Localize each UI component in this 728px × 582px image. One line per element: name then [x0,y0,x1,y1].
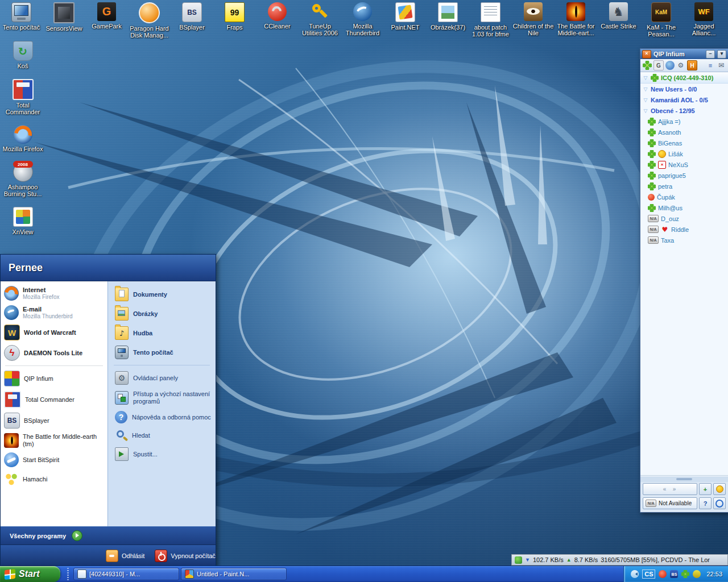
add-contact-button[interactable] [699,483,712,495]
status-selector[interactable]: Not Available [643,497,697,509]
qip-status-row: Not Available [640,496,728,512]
start-menu-item-battle-for-middle-earth[interactable]: The Battle for Middle-earth (tm) [2,431,106,450]
qip-contact-row[interactable]: Milh@us [640,202,728,213]
daemon-tray-icon[interactable] [659,570,667,578]
gtalk-icon[interactable]: G [653,60,664,70]
bsplayer-tray-icon[interactable] [670,570,678,578]
qip-group-obecne[interactable]: Obecné - 12/95 [640,105,728,116]
desktop-icon-kam[interactable]: KaM - The Peasan... [640,2,682,39]
qip-group-kamaradi-aol[interactable]: Kamarádi AOL - 0/5 [640,94,728,105]
start-menu-item-hledat[interactable]: Hledat [109,426,214,444]
start-menu-item-bsplayer[interactable]: BSplayer [2,410,106,431]
desktop-icon-about-patch[interactable]: about patch 1.03 for bfme [469,2,512,39]
language-indicator[interactable]: CS [642,569,655,579]
taskbar-task-paintnet[interactable]: Untitled - Paint.N... [181,568,287,580]
desktop-icon-firefox[interactable]: Mozilla Firefox [1,125,45,152]
task-label: [402449310] - M... [89,571,140,577]
desktop-icon-castle-strike[interactable]: Castle Strike [597,2,640,39]
upload-speed: 8.7 KB/s [574,556,598,563]
start-menu-item-email[interactable]: E-mailMozilla Thunderbird [2,303,106,322]
start-menu-item-internet[interactable]: InternetMozilla Firefox [2,284,106,303]
desktop-icon-children-of-the-nile[interactable]: Children of the Nile [512,2,555,39]
start-menu-item-hudba[interactable]: Hudba [109,323,214,343]
desktop-icon-fraps[interactable]: Fraps [213,2,256,39]
start-menu-item-daemon-tools[interactable]: DAEMON Tools Lite [2,343,106,363]
desktop-icon-bsplayer[interactable]: BSplayer [171,2,213,39]
smiley-button[interactable] [713,483,726,495]
start-menu-item-obrazky[interactable]: Obrázky [109,304,214,323]
logoff-button[interactable]: Odhlásit [106,550,144,562]
qip-contact-row[interactable]: Asanoth [640,127,728,138]
qip-group-new-users[interactable]: New Users - 0/0 [640,84,728,94]
help-button[interactable] [699,497,712,509]
start-menu-item-world-of-warcraft[interactable]: World of Warcraft [2,322,106,343]
collapse-arrow-icon[interactable] [643,75,648,81]
qip-contact-row[interactable]: NeXuS [640,159,728,170]
qip-banner[interactable]: « » [643,483,697,495]
desktop-icon-jagged-alliance[interactable]: Jagged Allianc... [682,2,725,39]
volume-icon[interactable] [693,570,701,578]
start-menu-item-ovladaci-panely[interactable]: Ovládací panely [109,368,214,388]
start-button[interactable]: Start [0,566,60,582]
collapse-arrow-icon[interactable] [643,97,648,103]
start-menu-item-hamachi[interactable]: Hamachi [2,469,106,489]
collapse-arrow-icon[interactable] [643,108,648,114]
qip-contact-row[interactable]: Ajjjka =) [640,116,728,127]
desktop-icon-total-commander[interactable]: Total Commander [1,79,45,115]
icq-flower-icon[interactable] [643,61,652,70]
connection-button[interactable] [713,497,726,509]
qip-contact-row[interactable]: paprigue5 [640,170,728,181]
taskbar-task-qip-message[interactable]: [402449310] - M... [73,568,179,580]
desktop-icon-tuneup[interactable]: TuneUp Utilities 2006 [299,2,341,39]
hide-icons-chevron[interactable] [631,570,639,578]
qip-contact-row[interactable]: Čupák [640,192,728,202]
qip-account-header[interactable]: ICQ (402-449-310) [640,72,728,84]
start-menu-item-total-commander[interactable]: Total Commander [2,389,106,410]
start-menu-item-bitspirit[interactable]: Start BitSpirit [2,450,106,469]
qip-contact-row[interactable]: Lišák [640,148,728,159]
flower-status-icon [648,204,656,212]
minimize-icon[interactable]: – [706,50,715,59]
all-programs-button[interactable]: Všechny programy [1,526,216,544]
desktop-icon-xnview[interactable]: XnView [1,207,45,235]
start-menu-item-dokumenty[interactable]: Dokumenty [109,285,214,304]
qip-contact-row[interactable]: BiGenas [640,138,728,148]
desktop-icon-paintnet[interactable]: Paint.NET [384,2,427,39]
desktop-icon-ashampoo[interactable]: Ashampoo Burning Stu... [1,162,45,197]
qip-tray-icon[interactable] [681,570,689,578]
start-menu-item-napoveda[interactable]: Nápověda a odborná pomoc [109,408,214,426]
settings-gear-icon[interactable]: ⚙ [676,61,685,70]
desktop-icon-sensorsview[interactable]: SensorsView [43,2,85,39]
desktop-icon-tento-pocitac[interactable]: Tento počítač [0,2,43,39]
desktop-icon-obrazek[interactable]: Obrázek(37) [427,2,469,39]
shutdown-icon [155,550,167,562]
desktop-icon-thunderbird[interactable]: Mozilla Thunderbird [341,2,384,39]
desktop-icon-paragon[interactable]: Paragon Hard Disk Manag... [128,2,171,39]
tuneup-key-icon [311,2,329,21]
desktop-icon-battle-for-middle-earth[interactable]: The Battle for Middle-eart... [555,2,597,39]
desktop-icon-kos[interactable]: Koš [1,41,45,69]
all-programs-label: Všechny programy [10,533,66,539]
start-menu-item-spustit[interactable]: Spustit... [109,444,214,464]
contact-list-icon[interactable]: ≡ [706,61,715,70]
close-icon[interactable]: × [642,50,651,59]
qip-contact-row[interactable]: Taxa [640,235,728,246]
mail-icon[interactable]: ✉ [717,61,726,70]
start-menu-item-qip-infium[interactable]: QIP Infium [2,368,106,389]
jabber-globe-icon[interactable] [665,61,675,70]
start-menu-item-pristup-a-vychozi-nastaveni[interactable]: Přístup a výchozí nastavení programů [109,388,214,408]
history-icon[interactable]: H [687,60,697,70]
start-menu-header: Pernee [1,255,216,281]
collapse-arrow-icon[interactable] [643,86,648,92]
desktop-icon-gamepark[interactable]: GamePark [85,2,128,39]
net-monitor-icon[interactable] [515,556,522,564]
desktop-icon-ccleaner[interactable]: CCleaner [256,2,299,39]
splitter-handle[interactable] [640,476,728,482]
qip-contact-row[interactable]: D_ouz [640,213,728,224]
qip-contact-row[interactable]: petra [640,181,728,192]
window-menu-icon[interactable]: ▾ [717,50,726,59]
qip-title-bar[interactable]: × QIP Infium – ▾ [640,49,728,59]
shutdown-button[interactable]: Vypnout počítač [155,550,215,562]
qip-contact-row[interactable]: Riddle [640,224,728,235]
start-menu-item-tento-pocitac[interactable]: Tento počítač [109,343,214,362]
